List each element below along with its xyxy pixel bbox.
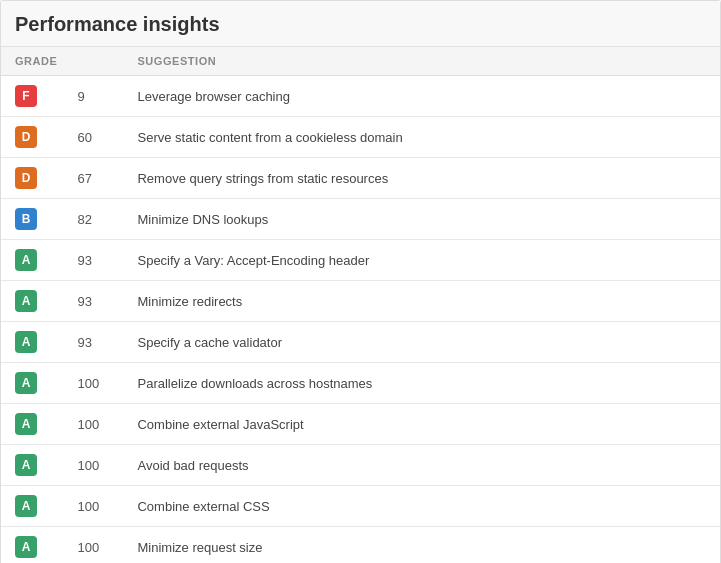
suggestion-cell: Avoid bad requests xyxy=(127,445,720,486)
grade-cell: D xyxy=(1,117,67,158)
suggestion-cell: Parallelize downloads across hostnames xyxy=(127,363,720,404)
table-row: F9Leverage browser caching xyxy=(1,76,720,117)
suggestion-cell: Combine external CSS xyxy=(127,486,720,527)
score-cell: 60 xyxy=(67,117,127,158)
table-row: A100Parallelize downloads across hostnam… xyxy=(1,363,720,404)
grade-badge: A xyxy=(15,331,37,353)
page-title: Performance insights xyxy=(15,13,706,36)
performance-insights-panel: Performance insights GRADE SUGGESTION F9… xyxy=(0,0,721,563)
score-cell: 9 xyxy=(67,76,127,117)
table-row: A93Specify a cache validator xyxy=(1,322,720,363)
grade-badge: F xyxy=(15,85,37,107)
grade-cell: F xyxy=(1,76,67,117)
suggestion-cell: Leverage browser caching xyxy=(127,76,720,117)
table-row: B82Minimize DNS lookups xyxy=(1,199,720,240)
grade-cell: D xyxy=(1,158,67,199)
grade-badge: B xyxy=(15,208,37,230)
col-header-grade: GRADE xyxy=(1,47,67,76)
score-cell: 100 xyxy=(67,363,127,404)
score-cell: 93 xyxy=(67,240,127,281)
table-row: A93Specify a Vary: Accept-Encoding heade… xyxy=(1,240,720,281)
suggestion-cell: Combine external JavaScript xyxy=(127,404,720,445)
grade-cell: B xyxy=(1,199,67,240)
table-row: A100Combine external JavaScript xyxy=(1,404,720,445)
grade-badge: D xyxy=(15,167,37,189)
grade-badge: A xyxy=(15,413,37,435)
grade-badge: A xyxy=(15,454,37,476)
panel-header: Performance insights xyxy=(1,1,720,47)
suggestion-cell: Specify a cache validator xyxy=(127,322,720,363)
table-row: A93Minimize redirects xyxy=(1,281,720,322)
grade-badge: A xyxy=(15,249,37,271)
score-cell: 100 xyxy=(67,527,127,564)
grade-cell: A xyxy=(1,363,67,404)
score-cell: 93 xyxy=(67,281,127,322)
score-cell: 67 xyxy=(67,158,127,199)
suggestion-cell: Minimize DNS lookups xyxy=(127,199,720,240)
grade-badge: A xyxy=(15,536,37,558)
col-header-score xyxy=(67,47,127,76)
suggestion-cell: Specify a Vary: Accept-Encoding header xyxy=(127,240,720,281)
suggestion-cell: Minimize request size xyxy=(127,527,720,564)
score-cell: 100 xyxy=(67,486,127,527)
table-row: A100Minimize request size xyxy=(1,527,720,564)
grade-cell: A xyxy=(1,281,67,322)
suggestion-cell: Remove query strings from static resourc… xyxy=(127,158,720,199)
grade-cell: A xyxy=(1,486,67,527)
score-cell: 100 xyxy=(67,404,127,445)
score-cell: 93 xyxy=(67,322,127,363)
table-header-row: GRADE SUGGESTION xyxy=(1,47,720,76)
table-row: D60Serve static content from a cookieles… xyxy=(1,117,720,158)
grade-cell: A xyxy=(1,404,67,445)
grade-cell: A xyxy=(1,527,67,564)
grade-cell: A xyxy=(1,240,67,281)
suggestion-cell: Minimize redirects xyxy=(127,281,720,322)
table-row: A100Avoid bad requests xyxy=(1,445,720,486)
suggestion-cell: Serve static content from a cookieless d… xyxy=(127,117,720,158)
grade-cell: A xyxy=(1,322,67,363)
grade-cell: A xyxy=(1,445,67,486)
table-row: A100Combine external CSS xyxy=(1,486,720,527)
score-cell: 82 xyxy=(67,199,127,240)
grade-badge: D xyxy=(15,126,37,148)
grade-badge: A xyxy=(15,495,37,517)
grade-badge: A xyxy=(15,372,37,394)
insights-table: GRADE SUGGESTION F9Leverage browser cach… xyxy=(1,47,720,563)
table-row: D67Remove query strings from static reso… xyxy=(1,158,720,199)
score-cell: 100 xyxy=(67,445,127,486)
grade-badge: A xyxy=(15,290,37,312)
col-header-suggestion: SUGGESTION xyxy=(127,47,720,76)
